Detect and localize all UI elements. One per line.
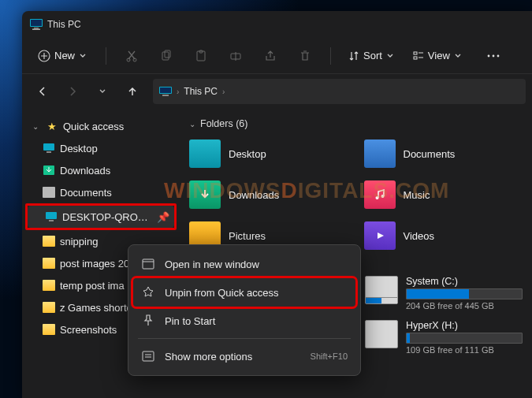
folder-desktop[interactable]: Desktop [189, 137, 348, 170]
pc-icon [45, 210, 58, 223]
svg-rect-21 [47, 151, 51, 153]
svg-point-14 [487, 54, 489, 57]
folder-videos[interactable]: Videos [364, 219, 523, 252]
sidebar-item-desktop-qrom[interactable]: DESKTOP-QROM50P📌 [28, 206, 174, 228]
sort-icon [348, 50, 359, 61]
folder-icon [43, 257, 55, 270]
context-item-label: Unpin from Quick access [165, 287, 279, 299]
view-icon [413, 50, 424, 61]
context-shortcut: Shift+F10 [311, 352, 348, 361]
copy-button[interactable] [152, 42, 180, 70]
disk-name: System (C:) [406, 276, 523, 287]
star-icon: ★ [46, 120, 58, 132]
cut-button[interactable] [117, 42, 146, 70]
folder-label: Pictures [229, 230, 266, 242]
svg-rect-18 [160, 87, 171, 93]
toolbar: New Sort View [22, 38, 532, 74]
chevron-down-icon [79, 52, 87, 60]
svg-rect-20 [43, 143, 54, 151]
sidebar-item-desktop[interactable]: Desktop [25, 137, 177, 159]
disk-item-system[interactable]: System (C:) 204 GB free of 445 GB [365, 276, 523, 311]
navbar: › This PC › [22, 74, 532, 109]
context-separator [138, 338, 351, 339]
new-label: New [54, 50, 75, 61]
this-pc-icon [30, 19, 43, 30]
downloads-icon [43, 164, 55, 177]
this-pc-icon [159, 87, 172, 97]
disk-free-text: 109 GB free of 111 GB [406, 345, 523, 355]
folder-label: Downloads [229, 189, 279, 201]
svg-rect-23 [46, 212, 57, 219]
address-bar[interactable]: › This PC › [153, 79, 526, 104]
documents-icon [43, 186, 55, 199]
disk-icon [365, 320, 398, 348]
folder-icon [43, 323, 55, 336]
share-button[interactable] [256, 42, 285, 70]
svg-point-25 [375, 196, 378, 199]
delete-button[interactable] [291, 42, 319, 70]
view-button[interactable]: View [407, 42, 468, 70]
sidebar-item-downloads[interactable]: Downloads [25, 159, 177, 181]
context-item-label: Show more options [165, 351, 252, 363]
svg-rect-2 [34, 28, 39, 29]
folder-label: Videos [404, 230, 435, 242]
context-pin-to-start[interactable]: Pin to Start [133, 307, 355, 335]
videos-folder-icon [364, 221, 396, 250]
more-button[interactable] [479, 42, 508, 70]
svg-rect-27 [143, 259, 154, 269]
documents-folder-icon [364, 139, 396, 168]
up-button[interactable] [118, 77, 147, 106]
disk-usage-bar [406, 333, 523, 344]
chevron-down-icon [386, 52, 394, 60]
collapse-icon[interactable]: ⌄ [30, 122, 41, 131]
context-item-label: Open in new window [165, 259, 259, 270]
view-label: View [428, 50, 450, 61]
new-button[interactable]: New [30, 42, 95, 70]
svg-rect-3 [32, 29, 40, 31]
context-open-new-window[interactable]: Open in new window [133, 250, 355, 278]
sidebar-item-documents[interactable]: Documents [25, 181, 177, 203]
folder-documents[interactable]: Documents [364, 137, 523, 170]
disk-item-hyperx[interactable]: HyperX (H:) 109 GB free of 111 GB [365, 320, 523, 355]
sidebar-item-label: snipping [60, 236, 98, 247]
recent-dropdown[interactable] [88, 77, 117, 106]
svg-rect-12 [414, 52, 417, 54]
folder-label: Documents [404, 148, 456, 160]
folders-section-header[interactable]: ⌄ Folders (6) [189, 118, 523, 129]
rename-button[interactable] [221, 42, 250, 70]
unpin-icon [141, 286, 155, 299]
quick-access-root[interactable]: ⌄ ★ Quick access [25, 115, 177, 137]
svg-rect-13 [414, 57, 417, 59]
paste-button[interactable] [187, 42, 215, 70]
back-button[interactable] [28, 77, 57, 106]
context-show-more-options[interactable]: Show more options Shift+F10 [133, 342, 355, 370]
folder-downloads[interactable]: Downloads [189, 178, 348, 211]
disk-icon [365, 276, 398, 304]
sidebar-item-label: Screenshots [60, 324, 117, 336]
breadcrumb[interactable]: This PC [184, 86, 218, 97]
quick-access-label: Quick access [63, 121, 124, 132]
forward-button[interactable] [58, 77, 87, 106]
sidebar-item-label: Desktop [60, 143, 98, 154]
folder-label: Desktop [229, 148, 266, 160]
svg-point-15 [492, 54, 494, 57]
folder-icon [43, 235, 55, 247]
desktop-icon [43, 142, 55, 154]
collapse-icon: ⌄ [189, 120, 195, 128]
context-unpin-quick-access[interactable]: Unpin from Quick access [133, 278, 355, 307]
svg-rect-1 [31, 20, 42, 26]
window-title: This PC [47, 19, 81, 30]
highlight-annotation: DESKTOP-QROM50P📌 [25, 203, 177, 230]
sort-button[interactable]: Sort [342, 42, 400, 70]
chevron-right-icon: › [222, 87, 225, 96]
separator [330, 47, 331, 65]
folder-music[interactable]: Music [364, 178, 523, 211]
pin-icon: 📌 [157, 211, 169, 223]
svg-rect-8 [165, 50, 170, 58]
svg-rect-28 [143, 352, 154, 361]
sidebar-item-label: DESKTOP-QROM50P [62, 211, 151, 223]
pin-icon [141, 314, 155, 327]
folder-icon [43, 301, 55, 314]
svg-point-26 [381, 195, 384, 198]
folders-header-label: Folders (6) [200, 118, 247, 129]
